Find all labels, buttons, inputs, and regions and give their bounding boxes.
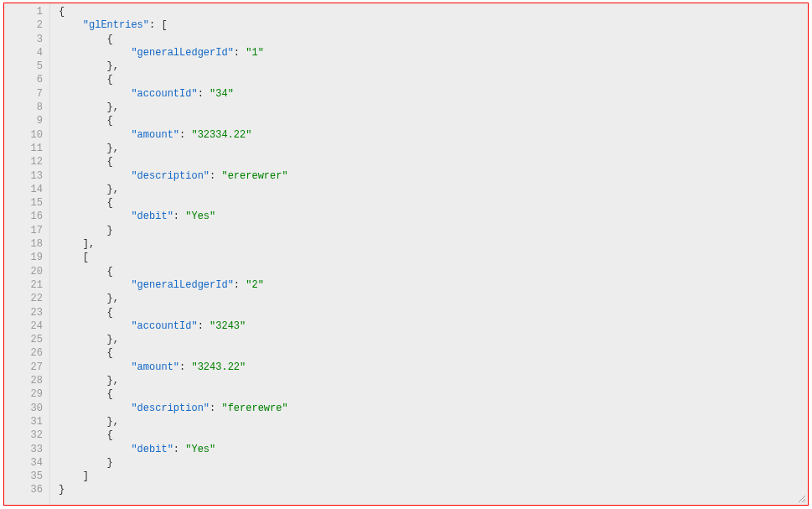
json-punct: : bbox=[179, 129, 191, 141]
json-punct: { bbox=[59, 156, 113, 168]
line-number: 3 bbox=[4, 33, 49, 46]
line-number: 28 bbox=[4, 374, 49, 387]
json-string: "32334.22" bbox=[191, 129, 251, 141]
code-line[interactable]: { bbox=[59, 387, 808, 401]
code-line[interactable]: "generalLedgerId": "1" bbox=[59, 46, 808, 60]
line-number: 8 bbox=[4, 101, 49, 114]
line-number: 17 bbox=[4, 224, 49, 237]
code-line[interactable]: "description": "ererewrer" bbox=[59, 169, 808, 183]
code-line[interactable]: }, bbox=[59, 101, 808, 114]
code-line[interactable]: { bbox=[59, 73, 808, 86]
json-punct: }, bbox=[59, 184, 119, 195]
code-line[interactable]: ], bbox=[59, 237, 808, 251]
code-line[interactable]: "description": "fererewre" bbox=[59, 402, 808, 415]
code-line[interactable]: "accountId": "34" bbox=[59, 87, 808, 101]
code-line[interactable]: { bbox=[59, 346, 808, 360]
json-punct: ], bbox=[59, 238, 95, 250]
json-punct bbox=[59, 279, 131, 291]
resize-handle[interactable] bbox=[798, 495, 806, 503]
json-punct: : bbox=[173, 210, 185, 222]
line-number: 35 bbox=[4, 470, 49, 483]
code-line[interactable]: "glEntries": [ bbox=[59, 18, 808, 32]
line-number: 11 bbox=[4, 142, 49, 155]
json-punct: ] bbox=[59, 470, 89, 482]
line-number: 14 bbox=[4, 183, 49, 196]
line-number: 19 bbox=[4, 251, 49, 264]
json-punct: }, bbox=[59, 60, 119, 72]
code-line[interactable]: { bbox=[59, 155, 808, 169]
json-key: "description" bbox=[131, 403, 209, 414]
code-line[interactable]: { bbox=[59, 33, 808, 46]
json-string: "2" bbox=[246, 279, 264, 291]
code-line[interactable]: }, bbox=[59, 142, 808, 155]
line-number: 32 bbox=[4, 428, 49, 442]
json-key: "generalLedgerId" bbox=[131, 47, 233, 59]
code-line[interactable]: "accountId": "3243" bbox=[59, 319, 808, 333]
line-number: 13 bbox=[4, 169, 49, 183]
json-punct: : bbox=[173, 444, 185, 455]
json-key: "debit" bbox=[131, 444, 173, 455]
code-line[interactable]: { bbox=[59, 428, 808, 442]
code-line[interactable]: }, bbox=[59, 60, 808, 73]
json-string: "1" bbox=[246, 47, 264, 59]
json-punct: { bbox=[59, 429, 113, 441]
json-string: "fererewre" bbox=[221, 403, 287, 414]
json-key: "accountId" bbox=[131, 88, 197, 100]
json-punct bbox=[59, 170, 131, 182]
line-number: 1 bbox=[4, 5, 49, 18]
code-line[interactable]: }, bbox=[59, 415, 808, 428]
json-punct bbox=[59, 403, 131, 414]
json-key: "debit" bbox=[131, 210, 173, 222]
line-number: 5 bbox=[4, 60, 49, 73]
json-punct: : bbox=[198, 88, 209, 100]
json-punct: : bbox=[209, 403, 221, 414]
code-line[interactable]: } bbox=[59, 456, 808, 470]
line-number: 29 bbox=[4, 387, 49, 401]
line-number: 26 bbox=[4, 346, 49, 360]
code-line[interactable]: "debit": "Yes" bbox=[59, 210, 808, 223]
json-punct: : bbox=[234, 279, 246, 291]
json-punct: : [ bbox=[149, 19, 168, 31]
json-punct: : bbox=[209, 170, 221, 182]
json-punct: { bbox=[59, 115, 113, 127]
json-string: "Yes" bbox=[185, 210, 215, 222]
code-line[interactable]: { bbox=[59, 265, 808, 278]
json-punct: { bbox=[59, 266, 113, 278]
json-punct: }, bbox=[59, 375, 119, 387]
line-number: 36 bbox=[4, 483, 49, 496]
line-number: 9 bbox=[4, 114, 49, 127]
code-line[interactable]: "amount": "32334.22" bbox=[59, 128, 808, 142]
line-number: 18 bbox=[4, 237, 49, 251]
code-line[interactable]: ] bbox=[59, 470, 808, 483]
code-line[interactable]: } bbox=[59, 224, 808, 237]
json-editor[interactable]: 1234567891011121314151617181920212223242… bbox=[3, 3, 809, 506]
code-line[interactable]: }, bbox=[59, 333, 808, 346]
code-line[interactable]: "generalLedgerId": "2" bbox=[59, 278, 808, 292]
code-line[interactable]: { bbox=[59, 196, 808, 210]
code-line[interactable]: { bbox=[59, 114, 808, 127]
code-line[interactable]: { bbox=[59, 306, 808, 319]
json-string: "3243.22" bbox=[191, 361, 246, 373]
json-punct bbox=[59, 88, 131, 100]
line-number: 6 bbox=[4, 73, 49, 86]
code-line[interactable]: "debit": "Yes" bbox=[59, 443, 808, 456]
json-punct: { bbox=[59, 6, 65, 18]
code-line[interactable]: [ bbox=[59, 251, 808, 264]
code-line[interactable]: "amount": "3243.22" bbox=[59, 361, 808, 374]
code-line[interactable]: }, bbox=[59, 183, 808, 196]
json-key: "amount" bbox=[131, 361, 179, 373]
code-line[interactable]: } bbox=[59, 483, 808, 496]
json-punct: }, bbox=[59, 416, 119, 428]
json-string: "3243" bbox=[209, 320, 246, 332]
json-punct: }, bbox=[59, 293, 119, 304]
json-punct: { bbox=[59, 197, 113, 209]
json-punct: { bbox=[59, 307, 113, 319]
line-number: 27 bbox=[4, 361, 49, 374]
code-line[interactable]: { bbox=[59, 5, 808, 18]
json-key: "generalLedgerId" bbox=[131, 279, 233, 291]
code-line[interactable]: }, bbox=[59, 374, 808, 387]
json-key: "amount" bbox=[131, 129, 179, 141]
code-line[interactable]: }, bbox=[59, 292, 808, 305]
code-area[interactable]: { "glEntries": [ { "generalLedgerId": "1… bbox=[50, 3, 808, 505]
json-punct bbox=[59, 361, 131, 373]
